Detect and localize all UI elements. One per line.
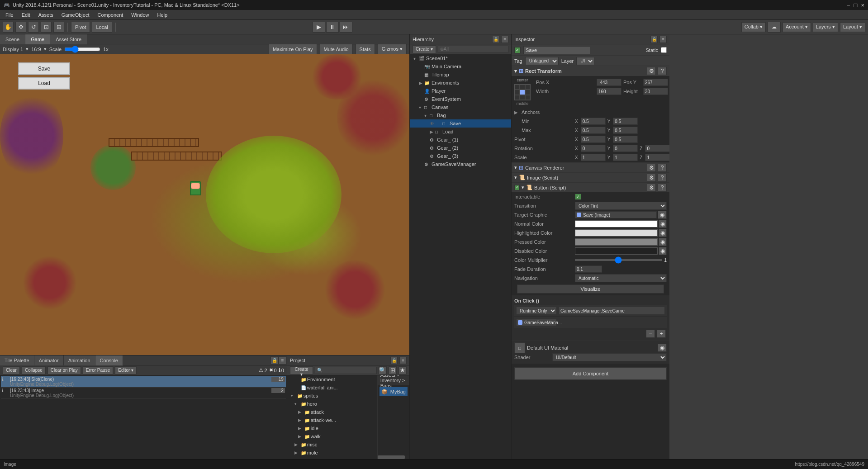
- tab-animation[interactable]: Animation: [64, 355, 95, 365]
- button-script-settings[interactable]: ⚙: [647, 184, 656, 192]
- tag-dropdown[interactable]: Untagged: [525, 57, 559, 65]
- tab-animator[interactable]: Animator: [34, 355, 64, 365]
- editor-dropdown-btn[interactable]: Editor ▾: [115, 366, 137, 374]
- image-script-settings[interactable]: ⚙: [647, 174, 656, 182]
- rot-x[interactable]: 0: [581, 145, 606, 152]
- rt-posy[interactable]: 267: [643, 79, 668, 86]
- rt-width[interactable]: 160: [597, 88, 621, 95]
- close-btn[interactable]: ×: [861, 2, 864, 9]
- hier-gamesavemanager[interactable]: ⚙ GameSaveManager: [410, 160, 511, 168]
- anchor-preset-grid[interactable]: [514, 84, 531, 100]
- hierarchy-search-input[interactable]: [438, 46, 508, 53]
- canvas-renderer-settings[interactable]: ⚙: [647, 164, 656, 172]
- object-name-input[interactable]: Save: [523, 46, 590, 54]
- clear-btn[interactable]: Clear: [3, 366, 20, 374]
- shader-dropdown[interactable]: UI/Default: [552, 353, 667, 361]
- tab-game[interactable]: Game: [25, 34, 50, 44]
- title-bar-controls[interactable]: − □ ×: [847, 2, 864, 9]
- rect-transform-header[interactable]: ▾ ⊞ Rect Transform ⚙ ?: [512, 66, 669, 76]
- navigation-dropdown[interactable]: Automatic: [575, 274, 667, 282]
- hier-save[interactable]: 👁 □ Save: [410, 119, 511, 128]
- hierarchy-lock-btn[interactable]: 🔒: [492, 36, 499, 43]
- anchor-min-x[interactable]: 0.5: [581, 118, 606, 125]
- project-scrollbar[interactable]: [378, 455, 409, 459]
- interactable-checkbox[interactable]: ✓: [575, 194, 581, 200]
- move-tool-btn[interactable]: ✥: [15, 22, 26, 33]
- runtime-only-dropdown[interactable]: Runtime Only: [516, 307, 557, 315]
- hier-bag[interactable]: ▾ □ Bag: [410, 111, 511, 119]
- menu-window[interactable]: Window: [128, 11, 152, 19]
- transition-dropdown[interactable]: Color Tint: [575, 202, 667, 210]
- console-menu-btn[interactable]: ≡: [279, 356, 287, 365]
- game-save-button[interactable]: Save: [18, 62, 70, 75]
- step-button[interactable]: ⏭: [340, 22, 352, 33]
- disabled-color-swatch[interactable]: [575, 247, 658, 255]
- scale-y[interactable]: 1: [613, 154, 638, 161]
- target-graphic-select[interactable]: ◉: [658, 211, 667, 219]
- scale-slider[interactable]: [64, 46, 100, 53]
- inspector-menu-btn[interactable]: ≡: [659, 36, 667, 43]
- tab-scene[interactable]: Scene: [0, 34, 25, 44]
- pivot-x[interactable]: 0.5: [581, 136, 606, 143]
- project-star-btn[interactable]: ★: [398, 366, 407, 374]
- hier-gear3[interactable]: ⚙ Gear_ (3): [410, 152, 511, 160]
- rotate-tool-btn[interactable]: ↺: [28, 22, 39, 33]
- project-filter-btn[interactable]: ⊞: [389, 366, 397, 374]
- mute-audio-btn[interactable]: Mute Audio: [320, 44, 353, 55]
- project-lock-btn[interactable]: 🔒: [390, 357, 398, 364]
- error-pause-btn[interactable]: Error Pause: [83, 366, 113, 374]
- rot-z[interactable]: 0: [645, 145, 669, 152]
- hier-load[interactable]: ▶ □ Load: [410, 128, 511, 136]
- game-load-button[interactable]: Load: [18, 77, 70, 90]
- hier-tilemap[interactable]: ▦ Tilemap: [410, 71, 511, 79]
- on-click-remove-btn[interactable]: −: [646, 330, 655, 338]
- proj-file-mybag[interactable]: 📦 MyBag: [379, 387, 408, 396]
- proj-item-mole[interactable]: ▶ 📁 mole: [287, 449, 377, 457]
- hier-player[interactable]: 👤 Player: [410, 87, 511, 95]
- object-enabled-checkbox[interactable]: ✓: [514, 47, 521, 53]
- highlighted-color-swatch[interactable]: [575, 229, 658, 237]
- hier-gear1[interactable]: ⚙ Gear_ (1): [410, 136, 511, 144]
- proj-item-env[interactable]: 📁 Environment: [287, 375, 377, 384]
- canvas-renderer-header[interactable]: ▾ ⊞ Canvas Renderer ⚙ ?: [512, 162, 669, 172]
- gamesave-object-field[interactable]: GameSaveMana...: [516, 319, 557, 326]
- pivot-y[interactable]: 0.5: [613, 136, 638, 143]
- layers-dropdown[interactable]: Layers ▾: [813, 22, 838, 32]
- local-btn[interactable]: Local: [92, 22, 112, 33]
- project-create-btn[interactable]: Create ▾: [290, 366, 313, 374]
- image-script-help[interactable]: ?: [658, 174, 667, 182]
- hier-scene01[interactable]: ▾ 🎬 Scene01*: [410, 54, 511, 62]
- button-script-header[interactable]: ✓ ▾ 📜 Button (Script) ⚙ ?: [512, 182, 669, 192]
- button-script-help[interactable]: ?: [658, 184, 667, 192]
- console-lock-btn[interactable]: 🔒: [270, 356, 279, 365]
- hier-gear2[interactable]: ⚙ Gear_ (2): [410, 144, 511, 152]
- pivot-btn[interactable]: Pivot: [71, 22, 90, 33]
- hierarchy-menu-btn[interactable]: ≡: [501, 36, 508, 43]
- hierarchy-create-btn[interactable]: Create ▾: [413, 45, 436, 53]
- proj-item-attack[interactable]: ▶ 📁 attack: [287, 408, 377, 416]
- rt-help-btn[interactable]: ?: [658, 67, 667, 75]
- target-graphic-field[interactable]: Save (Image): [575, 211, 657, 218]
- proj-item-walk[interactable]: ▶ 📁 walk: [287, 432, 377, 441]
- image-script-header[interactable]: ▾ 📜 Image (Script) ⚙ ?: [512, 172, 669, 182]
- disabled-color-picker[interactable]: ◉: [659, 247, 667, 255]
- function-field[interactable]: GameSaveManager.SaveGame: [559, 307, 665, 315]
- minimize-btn[interactable]: −: [847, 2, 850, 9]
- on-click-add-btn[interactable]: +: [657, 330, 666, 338]
- project-scrollbar-thumb[interactable]: [378, 455, 405, 459]
- inspector-lock-btn[interactable]: 🔒: [650, 36, 658, 43]
- cloud-btn[interactable]: ☁: [768, 22, 781, 33]
- layout-dropdown[interactable]: Layout ▾: [840, 22, 865, 32]
- clear-on-play-btn[interactable]: Clear on Play: [47, 366, 81, 374]
- hier-canvas[interactable]: ▾ □ Canvas: [410, 103, 511, 111]
- static-checkbox[interactable]: [661, 47, 667, 53]
- console-entry-1[interactable]: ℹ [16:23:43] Slot(Clone) UnityEngine.Deb…: [1, 376, 286, 388]
- hier-main-camera[interactable]: 📷 Main Camera: [410, 62, 511, 71]
- proj-item-waterfall[interactable]: 📄 waterfall ani...: [287, 384, 377, 392]
- project-menu-btn[interactable]: ≡: [399, 357, 407, 364]
- rt-posx[interactable]: -443: [597, 79, 621, 86]
- maximize-btn[interactable]: □: [854, 2, 858, 9]
- hier-eventsystem[interactable]: ⚙ EventSystem: [410, 95, 511, 103]
- project-search-input[interactable]: [315, 367, 377, 374]
- gizmos-btn[interactable]: Gizmos ▾: [378, 44, 407, 55]
